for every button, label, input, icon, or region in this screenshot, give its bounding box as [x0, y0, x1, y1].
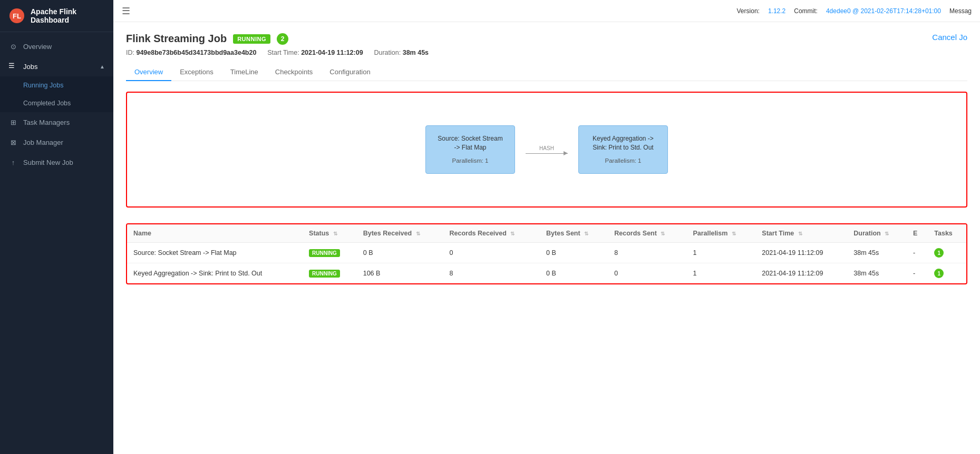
- row1-status: RUNNING: [303, 243, 357, 263]
- col-header-name: Name: [127, 224, 303, 243]
- sidebar-item-submit-new-job[interactable]: ↑ Submit New Job: [0, 152, 113, 172]
- row1-name[interactable]: Source: Socket Stream -> Flat Map: [127, 243, 303, 263]
- sort-icon-status[interactable]: ⇅: [333, 231, 337, 236]
- table-row: Source: Socket Stream -> Flat Map RUNNIN…: [127, 243, 966, 263]
- sort-icon-parallelism[interactable]: ⇅: [732, 231, 736, 236]
- jobs-icon: ☰: [8, 62, 18, 71]
- col-header-parallelism: Parallelism ⇅: [686, 224, 755, 243]
- col-header-duration: Duration ⇅: [847, 224, 907, 243]
- row1-tasks: 1: [928, 243, 966, 263]
- submit-icon: ↑: [8, 157, 18, 167]
- sidebar-item-job-manager-label: Job Manager: [23, 139, 63, 146]
- sidebar-item-job-manager[interactable]: ⊠ Job Manager: [0, 132, 113, 152]
- commit-label: Commit:: [794, 7, 818, 15]
- start-time-label: Start Time:: [267, 49, 299, 56]
- col-header-records-received: Records Received ⇅: [443, 224, 540, 243]
- sidebar-item-task-managers[interactable]: ⊞ Task Managers: [0, 112, 113, 132]
- hamburger-icon[interactable]: ☰: [122, 5, 130, 17]
- sidebar-item-running-jobs[interactable]: Running Jobs: [0, 76, 113, 94]
- sidebar-item-task-managers-label: Task Managers: [23, 119, 70, 126]
- row2-bytes-received: 106 B: [357, 263, 443, 284]
- sort-icon-bytes-sent[interactable]: ⇅: [584, 231, 588, 236]
- row2-duration: 38m 45s: [847, 263, 907, 284]
- col-header-bytes-sent: Bytes Sent ⇅: [540, 224, 608, 243]
- row1-parallelism: 1: [686, 243, 755, 263]
- row1-duration: 38m 45s: [847, 243, 907, 263]
- job-id-value: 949e8be73b6b45d34173bbd9aa3e4b20: [136, 49, 256, 56]
- tab-overview[interactable]: Overview: [126, 64, 171, 81]
- job-count-badge: 2: [277, 33, 288, 45]
- job-meta: ID: 949e8be73b6b45d34173bbd9aa3e4b20 Sta…: [126, 49, 967, 56]
- flow-node-sink[interactable]: Keyed Aggregation -> Sink: Print to Std.…: [578, 125, 668, 174]
- row2-e: -: [907, 263, 928, 284]
- tab-exceptions[interactable]: Exceptions: [171, 64, 222, 81]
- flow-node-source-parallelism: Parallelism: 1: [436, 156, 504, 165]
- version-label: Version:: [737, 7, 760, 15]
- row2-status: RUNNING: [303, 263, 357, 284]
- row1-bytes-received: 0 B: [357, 243, 443, 263]
- cancel-job-button[interactable]: Cancel Jo: [932, 33, 967, 42]
- sidebar-item-submit-label: Submit New Job: [23, 159, 73, 166]
- sort-icon-duration[interactable]: ⇅: [885, 231, 889, 236]
- sort-icon-records-sent[interactable]: ⇅: [661, 231, 665, 236]
- flow-node-source[interactable]: Source: Socket Stream -> Flat Map Parall…: [425, 125, 515, 174]
- table-body: Source: Socket Stream -> Flat Map RUNNIN…: [127, 243, 966, 284]
- topbar-left: ☰: [122, 5, 130, 17]
- sidebar-item-jobs[interactable]: ☰ Jobs ▲: [0, 56, 113, 76]
- flow-node-sink-parallelism: Parallelism: 1: [589, 156, 657, 165]
- arrow-shaft: [526, 153, 568, 154]
- row1-bytes-sent: 0 B: [540, 243, 608, 263]
- arrow-line: [526, 153, 568, 154]
- start-time-value: 2021-04-19 11:12:09: [301, 49, 363, 56]
- job-header: Flink Streaming Job RUNNING 2: [126, 33, 967, 45]
- sidebar-nav: ⊙ Overview ☰ Jobs ▲ Running Jobs Complet…: [0, 32, 113, 454]
- table-row: Keyed Aggregation -> Sink: Print to Std.…: [127, 263, 966, 284]
- commit-value: 4dedee0 @ 2021-02-26T17:14:28+01:00: [826, 7, 941, 15]
- table-header: Name Status ⇅ Bytes Received ⇅ Records R…: [127, 224, 966, 243]
- tab-configuration[interactable]: Configuration: [321, 64, 379, 81]
- topbar-right: Version: 1.12.2 Commit: 4dedee0 @ 2021-0…: [737, 7, 972, 15]
- col-header-bytes-received: Bytes Received ⇅: [357, 224, 443, 243]
- sidebar-item-overview[interactable]: ⊙ Overview: [0, 36, 113, 56]
- overview-icon: ⊙: [8, 42, 18, 51]
- svg-text:FL: FL: [13, 12, 21, 20]
- flow-arrow: HASH: [526, 145, 568, 154]
- row1-status-badge: RUNNING: [309, 249, 340, 257]
- duration-value: 38m 45s: [403, 49, 429, 56]
- jobs-table: Name Status ⇅ Bytes Received ⇅ Records R…: [127, 224, 966, 283]
- flink-logo-icon: FL: [8, 7, 25, 24]
- row2-tasks: 1: [928, 263, 966, 284]
- job-status-badge: RUNNING: [233, 34, 270, 44]
- row1-tasks-badge: 1: [934, 248, 944, 258]
- sidebar: FL Apache Flink Dashboard ⊙ Overview ☰ J…: [0, 0, 113, 454]
- tab-checkpoints[interactable]: Checkpoints: [267, 64, 322, 81]
- col-header-start-time: Start Time ⇅: [755, 224, 847, 243]
- row1-records-sent: 8: [608, 243, 686, 263]
- sort-icon-records-received[interactable]: ⇅: [510, 231, 515, 236]
- sidebar-item-completed-jobs[interactable]: Completed Jobs: [0, 94, 113, 112]
- row2-records-received: 8: [443, 263, 540, 284]
- sidebar-logo: FL Apache Flink Dashboard: [0, 0, 113, 32]
- flow-node-source-title: Source: Socket Stream -> Flat Map: [436, 134, 504, 152]
- row2-tasks-badge: 1: [934, 269, 944, 278]
- job-title: Flink Streaming Job: [126, 33, 227, 45]
- sidebar-item-running-jobs-label: Running Jobs: [23, 82, 63, 89]
- version-value: 1.12.2: [768, 7, 785, 15]
- col-header-status: Status ⇅: [303, 224, 357, 243]
- sort-icon-bytes-received[interactable]: ⇅: [416, 231, 420, 236]
- main-content: ☰ Version: 1.12.2 Commit: 4dedee0 @ 2021…: [113, 0, 980, 454]
- sidebar-item-completed-jobs-label: Completed Jobs: [23, 100, 71, 107]
- row2-records-sent: 0: [608, 263, 686, 284]
- sidebar-submenu-jobs: Running Jobs Completed Jobs: [0, 76, 113, 112]
- tab-timeline[interactable]: TimeLine: [222, 64, 267, 81]
- row1-e: -: [907, 243, 928, 263]
- arrow-label: HASH: [539, 145, 554, 151]
- task-managers-icon: ⊞: [8, 117, 18, 127]
- duration-label: Duration:: [374, 49, 401, 56]
- row2-name[interactable]: Keyed Aggregation -> Sink: Print to Std.…: [127, 263, 303, 284]
- col-header-records-sent: Records Sent ⇅: [608, 224, 686, 243]
- row1-start-time: 2021-04-19 11:12:09: [755, 243, 847, 263]
- job-diagram: Source: Socket Stream -> Flat Map Parall…: [126, 92, 967, 208]
- job-id-label: ID:: [126, 49, 134, 56]
- sort-icon-start-time[interactable]: ⇅: [798, 231, 802, 236]
